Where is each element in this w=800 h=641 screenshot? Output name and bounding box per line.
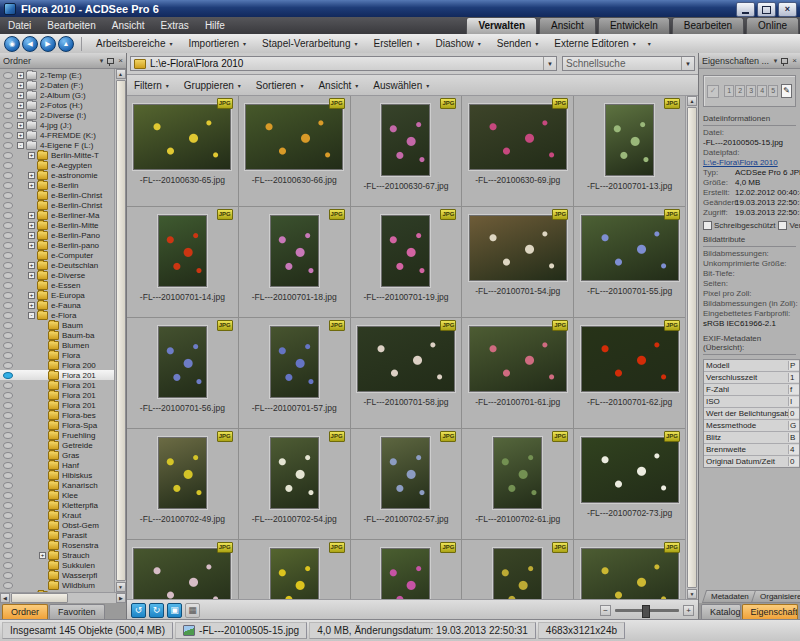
thumbnail-cell[interactable]: JPG-FL---20100701-61.jpg (462, 318, 573, 428)
rating-button-4[interactable]: 4 (757, 85, 767, 97)
tree-item-e-diverse[interactable]: +e-Diverse (0, 270, 114, 280)
expand-icon[interactable]: + (17, 112, 24, 119)
toolbar-button-externe-editoren[interactable]: Externe Editoren▾ (546, 36, 644, 51)
thumbnail-cell[interactable]: JPG (239, 540, 350, 599)
easy-select-oval-icon[interactable] (3, 532, 13, 539)
toolbar-button-importieren[interactable]: Importieren▾ (181, 36, 255, 51)
mode-tab-online[interactable]: Online (746, 17, 799, 34)
filter-gruppieren[interactable]: Gruppieren▾ (184, 80, 241, 91)
toolbar-overflow-chevron-icon[interactable]: ▾ (648, 40, 651, 47)
thumbnail-cell[interactable]: JPG-FL---20100702-49.jpg (127, 429, 238, 539)
expand-icon[interactable]: + (17, 92, 24, 99)
tree-item-4-fremde-k-[interactable]: +4-FREMDE (K:) (0, 130, 114, 140)
expand-icon[interactable]: + (28, 242, 35, 249)
easy-select-oval-icon[interactable] (3, 152, 13, 159)
checkbox-verst[interactable] (778, 221, 787, 230)
tree-item-e-berlin-pano[interactable]: +e-Berlin-pano (0, 240, 114, 250)
panel-menu-icon[interactable]: ▾ (100, 57, 104, 65)
easy-select-oval-icon[interactable] (3, 392, 13, 399)
tree-item-e-astronomie[interactable]: +e-astronomie (0, 170, 114, 180)
grid-vertical-scrollbar[interactable]: ▲ ▼ (685, 96, 698, 599)
tree-item-flora-201[interactable]: Flora 201 (0, 380, 114, 390)
thumbnail-cell[interactable]: JPG-FL---20100701-58.jpg (351, 318, 462, 428)
tree-item-e-essen[interactable]: e-Essen (0, 280, 114, 290)
path-dropdown-icon[interactable]: ▼ (543, 57, 553, 70)
expand-icon[interactable]: + (28, 182, 35, 189)
scroll-up-icon[interactable]: ▲ (116, 69, 126, 79)
easy-select-oval-icon[interactable] (3, 242, 13, 249)
tree-item-getreide[interactable]: Getreide (0, 440, 114, 450)
tree-item-flora-201[interactable]: Flora 201 (0, 370, 114, 380)
rating-button-3[interactable]: 3 (746, 85, 756, 97)
easy-select-oval-icon[interactable] (3, 502, 13, 509)
easy-select-oval-icon[interactable] (3, 372, 13, 379)
rating-button-5[interactable]: 5 (768, 85, 778, 97)
tree-item-sukkulen[interactable]: Sukkulen (0, 560, 114, 570)
expand-icon[interactable]: + (28, 262, 35, 269)
thumbnail-cell[interactable]: JPG-FL---20100701-18.jpg (239, 207, 350, 317)
compare-icon[interactable]: ▦ (185, 603, 200, 618)
thumbnail-cell[interactable]: JPG-FL---20100702-73.jpg (574, 429, 685, 539)
scroll-left-icon[interactable]: ◀ (0, 593, 10, 603)
rotate-right-icon[interactable]: ↻ (149, 603, 164, 618)
filter-ansicht[interactable]: Ansicht▾ (318, 80, 358, 91)
minimize-button[interactable] (736, 2, 755, 17)
menu-item-bearbeiten[interactable]: Bearbeiten (39, 18, 103, 33)
panel-menu-icon[interactable]: ▾ (774, 57, 778, 65)
expand-icon[interactable]: + (28, 302, 35, 309)
easy-select-oval-icon[interactable] (3, 552, 13, 559)
zoom-in-icon[interactable]: + (683, 605, 694, 616)
checkbox-schreibgeschützt[interactable] (703, 221, 712, 230)
file-path-link[interactable]: L:\e-Flora\Flora 2010 (703, 158, 796, 168)
expand-icon[interactable]: + (28, 212, 35, 219)
expand-icon[interactable]: + (28, 152, 35, 159)
tree-item-kraut[interactable]: Kraut (0, 510, 114, 520)
tree-item-baum-ba[interactable]: Baum-ba (0, 330, 114, 340)
tree-item-kletterpfla[interactable]: Kletterpfla (0, 500, 114, 510)
expand-icon[interactable]: + (17, 122, 24, 129)
easy-select-oval-icon[interactable] (3, 82, 13, 89)
tree-item-kanarisch[interactable]: Kanarisch (0, 480, 114, 490)
tree-item-e-berlin-christ[interactable]: e-Berlin-Christ (0, 190, 114, 200)
nav-forward-icon[interactable]: ▶ (40, 36, 56, 52)
mode-tab-entwickeln[interactable]: Entwickeln (598, 17, 670, 34)
tree-item-e-berlin-pano[interactable]: +e-Berlin-Pano (0, 230, 114, 240)
expand-icon[interactable]: + (28, 172, 35, 179)
easy-select-oval-icon[interactable] (3, 142, 13, 149)
easy-select-oval-icon[interactable] (3, 382, 13, 389)
slider-track[interactable] (615, 609, 679, 612)
rating-button-2[interactable]: 2 (735, 85, 745, 97)
easy-select-oval-icon[interactable] (3, 432, 13, 439)
tree-item-e-berlin[interactable]: +e-Berlin (0, 180, 114, 190)
easy-select-oval-icon[interactable] (3, 122, 13, 129)
expand-icon[interactable]: + (28, 292, 35, 299)
easy-select-oval-icon[interactable] (3, 102, 13, 109)
tree-item-4-eigene-f-l-[interactable]: -4-Eigene F (L:) (0, 140, 114, 150)
easy-select-oval-icon[interactable] (3, 472, 13, 479)
thumbnail-cell[interactable]: JPG (127, 540, 238, 599)
filter-sortieren[interactable]: Sortieren▾ (256, 80, 304, 91)
tree-item-flora-201[interactable]: Flora 201 (0, 400, 114, 410)
expand-icon[interactable]: + (39, 552, 46, 559)
pin-icon[interactable] (781, 58, 788, 64)
scrollbar-thumb[interactable] (116, 80, 126, 581)
tree-item-flora[interactable]: Flora (0, 350, 114, 360)
tab-ordner[interactable]: Ordner (2, 604, 48, 620)
easy-select-oval-icon[interactable] (3, 562, 13, 569)
filter-ausw-hlen[interactable]: Auswählen▾ (373, 80, 429, 91)
thumbnail-cell[interactable]: JPG-FL---20100702-57.jpg (351, 429, 462, 539)
easy-select-oval-icon[interactable] (3, 282, 13, 289)
easy-select-oval-icon[interactable] (3, 322, 13, 329)
thumbnail-cell[interactable]: JPG (574, 540, 685, 599)
thumbnail-cell[interactable]: JPG-FL---20100701-19.jpg (351, 207, 462, 317)
easy-select-oval-icon[interactable] (3, 452, 13, 459)
easy-select-oval-icon[interactable] (3, 462, 13, 469)
tab-favoriten[interactable]: Favoriten (49, 604, 105, 620)
toolbar-button-arbeitsbereiche[interactable]: Arbeitsbereiche▾ (88, 36, 181, 51)
folder-tree-vertical-scrollbar[interactable]: ▲ ▼ (114, 69, 126, 592)
tree-item-gras[interactable]: Gras (0, 450, 114, 460)
expand-icon[interactable]: + (28, 222, 35, 229)
toolbar-button-diashow[interactable]: Diashow▾ (427, 36, 488, 51)
thumbnail-cell[interactable]: JPG (462, 540, 573, 599)
easy-select-oval-icon[interactable] (3, 342, 13, 349)
